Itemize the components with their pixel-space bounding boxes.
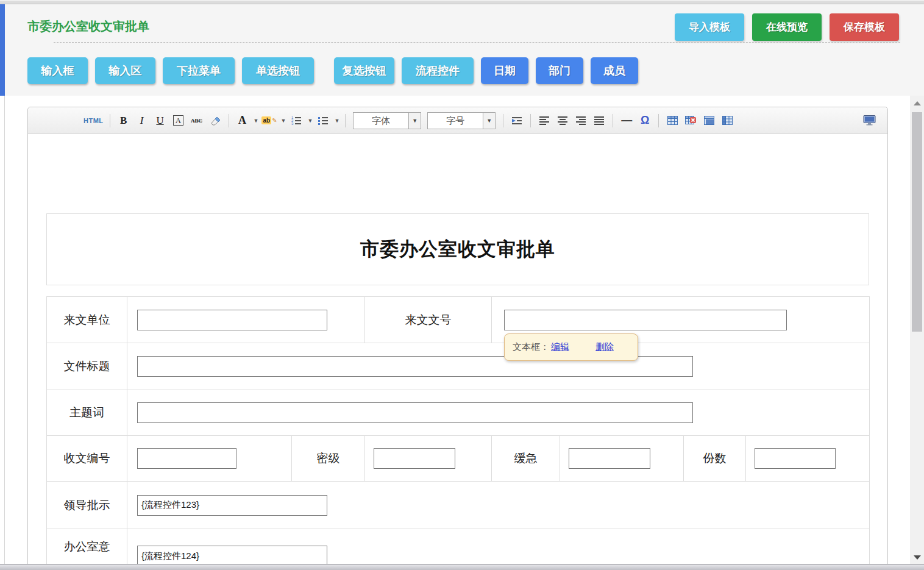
scroll-up-arrow-icon[interactable] — [910, 101, 924, 105]
receipt-number-input[interactable] — [137, 448, 236, 469]
toolbar-separator — [110, 114, 110, 127]
subject-words-input[interactable] — [137, 402, 693, 423]
toolbar-separator — [229, 114, 229, 127]
font-size-dropdown-arrow[interactable]: ▼ — [483, 113, 495, 129]
align-justify-icon[interactable] — [592, 113, 606, 129]
underline-icon[interactable]: U — [153, 113, 168, 129]
security-level-input[interactable] — [374, 448, 455, 469]
toolbar-separator — [503, 114, 503, 127]
widget-input-box-button[interactable]: 输入框 — [27, 57, 88, 84]
toolbar-separator — [530, 114, 531, 127]
template-actions: 导入模板 在线预览 保存模板 — [675, 13, 899, 41]
form-title: 市委办公室收文审批单 — [360, 237, 555, 262]
field-label-leader-instructions: 领导批示 — [47, 482, 127, 529]
table-row: 办公室意 — [47, 529, 870, 565]
table-properties-icon[interactable] — [702, 113, 716, 129]
editor-document[interactable]: 市委办公室收文审批单 来文单位 来文文号 文件标题 主 — [28, 213, 887, 564]
widget-dropdown-button[interactable]: 下拉菜单 — [163, 57, 235, 84]
page-title: 市委办公室收文审批单 — [27, 18, 149, 35]
widget-action-tooltip: 文本框： 编辑 删除 — [504, 333, 638, 361]
toolbar-separator — [613, 114, 613, 127]
toolbar-separator — [658, 114, 659, 127]
edit-widget-link[interactable]: 编辑 — [551, 341, 569, 353]
horizontal-rule-icon[interactable]: — — [619, 113, 634, 129]
office-opinion-input[interactable] — [137, 546, 327, 564]
widget-department-button[interactable]: 部门 — [536, 57, 583, 84]
align-left-icon[interactable] — [537, 113, 552, 129]
font-size-select[interactable]: 字号 ▼ — [427, 112, 496, 129]
import-template-button[interactable]: 导入模板 — [675, 13, 744, 41]
bold-icon[interactable]: B — [116, 113, 131, 129]
source-unit-input[interactable] — [137, 310, 327, 330]
font-family-dropdown-arrow[interactable]: ▼ — [408, 113, 421, 129]
vertical-scrollbar[interactable] — [910, 96, 924, 564]
first-line-indent-icon[interactable] — [510, 113, 524, 129]
widget-radio-button[interactable]: 单选按钮 — [242, 57, 314, 84]
widget-flow-control-button[interactable]: 流程控件 — [402, 57, 474, 84]
field-label-copies: 份数 — [684, 436, 746, 482]
special-character-icon[interactable]: Ω — [638, 113, 652, 129]
header-panel: 市委办公室收文审批单 导入模板 在线预览 保存模板 输入框 输入区 下拉菜单 单… — [5, 4, 924, 96]
table-row: 文件标题 — [47, 343, 870, 390]
svg-text:3: 3 — [291, 122, 294, 126]
field-label-office-opinion: 办公室意 — [47, 529, 127, 565]
field-label-subject-words: 主题词 — [47, 390, 127, 436]
eraser-icon[interactable] — [208, 113, 222, 129]
field-label-urgency: 缓急 — [492, 436, 560, 482]
highlight-color-icon[interactable]: ab✎ — [261, 113, 277, 129]
insert-table-icon[interactable] — [665, 113, 680, 129]
background-blue-strip — [0, 4, 5, 96]
widget-date-button[interactable]: 日期 — [481, 57, 528, 84]
field-label-document-title: 文件标题 — [47, 343, 127, 390]
align-center-icon[interactable] — [555, 113, 570, 129]
table-row: 收文编号 密级 缓急 份数 — [47, 436, 870, 482]
pencil-icon: ✎ — [272, 117, 277, 124]
delete-widget-link[interactable]: 删除 — [595, 341, 614, 353]
window-bottom-edge — [0, 564, 924, 570]
widget-member-button[interactable]: 成员 — [591, 57, 638, 84]
fullscreen-preview-icon[interactable] — [862, 113, 876, 129]
highlight-dropdown-arrow[interactable]: ▼ — [281, 118, 286, 124]
character-border-icon[interactable]: A — [173, 115, 183, 126]
form-table: 来文单位 来文文号 文件标题 主题词 收文编号 密级 — [46, 296, 870, 564]
font-family-select[interactable]: 字体 ▼ — [353, 112, 421, 129]
source-code-icon[interactable]: HTML — [84, 113, 104, 129]
cell-properties-icon[interactable] — [720, 113, 734, 129]
save-template-button[interactable]: 保存模板 — [830, 13, 899, 41]
rich-text-editor: HTML B I U A ABC A ▼ ab✎ ▼ 123 — [27, 107, 888, 564]
table-row: 主题词 — [47, 390, 870, 436]
scrollbar-thumb[interactable] — [912, 112, 922, 332]
urgency-input[interactable] — [569, 448, 650, 469]
field-label-source-unit: 来文单位 — [47, 297, 127, 343]
ordered-list-icon[interactable]: 123 — [289, 113, 304, 129]
editor-toolbar: HTML B I U A ABC A ▼ ab✎ ▼ 123 — [28, 107, 887, 134]
align-right-icon[interactable] — [574, 113, 588, 129]
scroll-down-arrow-icon[interactable] — [910, 555, 924, 560]
document-number-input[interactable] — [504, 310, 787, 330]
widget-toolbar: 输入框 输入区 下拉菜单 单选按钮 复选按钮 流程控件 日期 部门 成员 — [27, 57, 638, 84]
widget-checkbox-button[interactable]: 复选按钮 — [334, 57, 394, 84]
tooltip-label: 文本框： — [513, 341, 549, 353]
table-row: 领导批示 — [47, 482, 870, 529]
field-label-receipt-number: 收文编号 — [47, 436, 127, 482]
table-row: 来文单位 来文文号 — [47, 297, 870, 343]
unordered-list-icon[interactable] — [316, 113, 330, 129]
editor-scroll-area: HTML B I U A ABC A ▼ ab✎ ▼ 123 — [5, 96, 910, 564]
strikethrough-icon[interactable]: ABC — [190, 113, 204, 129]
window-top-edge — [0, 0, 924, 4]
delete-table-icon[interactable] — [683, 113, 698, 129]
ordered-list-dropdown-arrow[interactable]: ▼ — [307, 118, 313, 124]
header-divider — [54, 42, 900, 43]
field-label-security-level: 密级 — [292, 436, 365, 482]
widget-textarea-button[interactable]: 输入区 — [95, 57, 155, 84]
copies-input[interactable] — [755, 448, 836, 469]
field-label-document-number: 来文文号 — [365, 297, 492, 343]
italic-icon[interactable]: I — [135, 113, 149, 129]
font-color-dropdown-arrow[interactable]: ▼ — [254, 118, 259, 124]
online-preview-button[interactable]: 在线预览 — [752, 13, 822, 41]
leader-instructions-input[interactable] — [137, 495, 327, 516]
font-color-icon[interactable]: A — [235, 113, 250, 129]
form-title-cell: 市委办公室收文审批单 — [46, 213, 869, 285]
toolbar-separator — [345, 114, 346, 127]
unordered-list-dropdown-arrow[interactable]: ▼ — [334, 118, 339, 124]
